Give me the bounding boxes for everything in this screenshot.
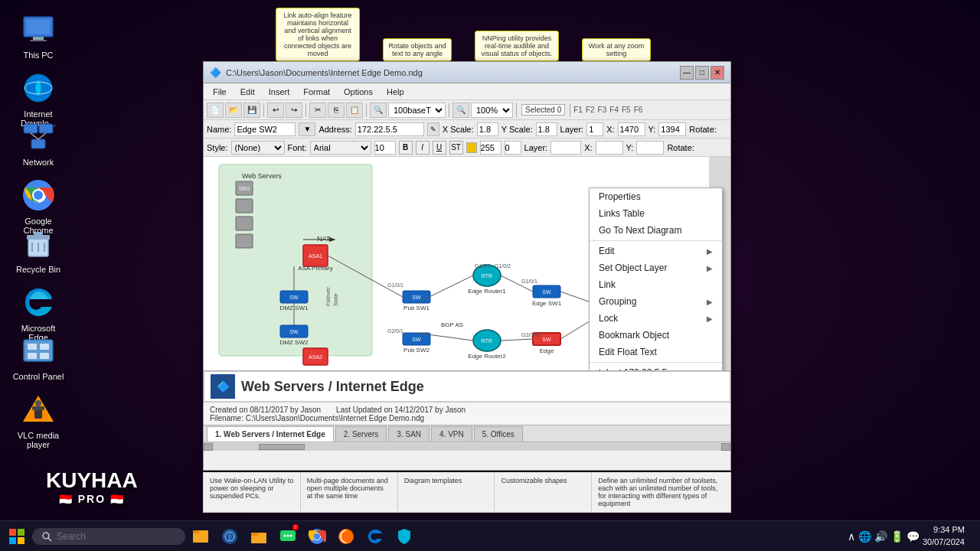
strikethrough-button[interactable]: ST <box>449 141 463 155</box>
fkey-f2[interactable]: F2 <box>586 106 595 114</box>
fkey-f3[interactable]: F3 <box>598 106 607 114</box>
taskbar-app-folder[interactable] <box>245 523 273 550</box>
layer-input[interactable] <box>586 122 603 136</box>
x-input2[interactable] <box>596 141 623 155</box>
taskbar-network-icon[interactable]: 🌐 <box>858 530 871 543</box>
minimize-button[interactable]: — <box>680 66 694 80</box>
h-scrollbar[interactable] <box>204 442 730 451</box>
menu-format[interactable]: Format <box>297 86 336 98</box>
ctx-grouping[interactable]: Grouping ▶ <box>590 293 722 310</box>
font-select[interactable]: Arial <box>310 141 371 155</box>
desktop-icon-recycle-bin[interactable]: Recycle Bin <box>8 222 69 277</box>
fkey-f1[interactable]: F1 <box>573 106 583 114</box>
name-dropdown-btn[interactable]: ▼ <box>299 122 315 136</box>
xscale-input[interactable] <box>477 122 498 136</box>
bold-button[interactable]: B <box>399 141 413 155</box>
tip-1: Use Wake-on-LAN Utility to power on slee… <box>204 472 301 512</box>
underline-button[interactable]: U <box>433 141 446 155</box>
toolbar-btn-zoom-in[interactable]: 🔍 <box>370 103 387 118</box>
fkey-f5[interactable]: F5 <box>622 106 631 114</box>
tab-5[interactable]: 5. Offices <box>474 426 523 442</box>
ctx-telnet[interactable]: telnet 172.22.5.5 <box>590 364 722 371</box>
ctx-link[interactable]: Link <box>590 276 722 293</box>
toolbar-btn-save[interactable]: 💾 <box>243 103 260 118</box>
layer-input2[interactable] <box>550 141 581 155</box>
fkey-f6[interactable]: F6 <box>634 106 643 114</box>
tab-4[interactable]: 4. VPN <box>431 426 472 442</box>
desktop-icon-network[interactable]: Network <box>8 115 69 170</box>
h-scroll-track[interactable] <box>213 443 721 451</box>
tab-3[interactable]: 3. SAN <box>388 426 430 442</box>
taskbar-app-browser2[interactable] <box>332 523 360 550</box>
ctx-edit-float[interactable]: Edit Float Text <box>590 344 722 360</box>
desktop-icon-vlc[interactable]: VLC media player <box>8 388 69 452</box>
toolbar-btn-redo[interactable]: ↪ <box>286 103 302 118</box>
taskbar-app-chat[interactable]: 7 <box>274 523 302 550</box>
font-size-input[interactable] <box>374 141 396 155</box>
toolbar-btn-new[interactable]: 📄 <box>207 103 224 118</box>
h-scroll-left-btn[interactable] <box>204 443 213 451</box>
ctx-properties[interactable]: Properties <box>590 188 722 205</box>
ctx-set-object-layer[interactable]: Set Object Layer ▶ <box>590 259 722 276</box>
menu-options[interactable]: Options <box>338 86 379 98</box>
toolbar-btn-zoom2[interactable]: 🔍 <box>452 103 469 118</box>
tab-2[interactable]: 2. Servers <box>335 426 387 442</box>
h-scroll-thumb[interactable] <box>259 444 305 450</box>
taskbar-volume-icon[interactable]: 🔊 <box>874 530 887 543</box>
vlc-label: VLC media player <box>11 431 66 449</box>
taskbar-app-edge[interactable] <box>361 523 389 550</box>
desktop-icon-control-panel[interactable]: Control Panel <box>8 329 69 384</box>
toolbar-btn-paste[interactable]: 📋 <box>346 103 363 118</box>
ctx-lock[interactable]: Lock ▶ <box>590 310 722 327</box>
toolbar-btn-undo[interactable]: ↩ <box>267 103 284 118</box>
menu-insert[interactable]: Insert <box>263 86 296 98</box>
y-input[interactable] <box>658 122 686 136</box>
toolbar-btn-cut[interactable]: ✂ <box>309 103 326 118</box>
ctx-links-table[interactable]: Links Table <box>590 205 722 222</box>
tab-1[interactable]: 1. Web Servers / Internet Edge <box>207 426 334 442</box>
yscale-input[interactable] <box>536 122 557 136</box>
taskbar-app-shield[interactable] <box>390 523 418 550</box>
svg-point-14 <box>34 191 43 200</box>
taskbar-chevron[interactable]: ∧ <box>848 530 855 543</box>
color-box[interactable] <box>466 142 477 153</box>
menu-edit[interactable]: Edit <box>234 86 261 98</box>
zoom-pct-dropdown[interactable]: 100% <box>471 103 513 118</box>
name-label: Name: <box>207 125 231 134</box>
ctx-edit[interactable]: Edit ▶ <box>590 243 722 259</box>
search-input[interactable] <box>57 531 164 542</box>
num-input2[interactable] <box>505 141 521 155</box>
address-edit-btn[interactable]: ✎ <box>427 122 439 136</box>
tabs-bar: 1. Web Servers / Internet Edge 2. Server… <box>204 425 730 442</box>
ctx-goto-next[interactable]: Go To Next Diagram <box>590 222 722 239</box>
x-input[interactable] <box>618 122 645 136</box>
toolbar-btn-open[interactable]: 📂 <box>225 103 242 118</box>
italic-button[interactable]: I <box>416 141 430 155</box>
taskbar-clock[interactable]: 9:34 PM 30/07/2024 <box>923 524 965 548</box>
taskbar-battery-icon[interactable]: 🔋 <box>890 530 903 543</box>
taskbar-app-netdiag[interactable] <box>216 523 243 550</box>
y-input2[interactable] <box>636 141 664 155</box>
address-input[interactable] <box>355 122 424 136</box>
taskbar-app-chrome[interactable] <box>303 523 331 550</box>
taskbar-search[interactable] <box>32 528 185 545</box>
taskbar-app-explorer[interactable] <box>187 523 214 550</box>
start-button[interactable] <box>3 523 31 550</box>
h-scroll-right-btn[interactable] <box>721 443 730 451</box>
tip-4: Customizable shapes <box>495 472 592 512</box>
name-input[interactable] <box>234 122 296 136</box>
maximize-button[interactable]: □ <box>695 66 709 80</box>
num-input1[interactable] <box>480 141 501 155</box>
taskbar-notifications[interactable]: 💬 <box>906 530 920 543</box>
style-select[interactable]: (None) <box>231 141 285 155</box>
close-button[interactable]: ✕ <box>710 66 724 80</box>
ctx-bookmark[interactable]: Bookmark Object <box>590 327 722 344</box>
menu-file[interactable]: File <box>207 86 233 98</box>
context-menu[interactable]: Properties Links Table Go To Next Diagra… <box>589 187 723 371</box>
menu-help[interactable]: Help <box>381 86 410 98</box>
toolbar1: 📄 📂 💾 ↩ ↪ ✂ ⎘ 📋 🔍 100baseT 🔍 100% Select… <box>204 100 730 120</box>
desktop-icon-this-pc[interactable]: This PC <box>8 8 69 63</box>
zoom-dropdown[interactable]: 100baseT <box>388 103 446 118</box>
fkey-f4[interactable]: F4 <box>609 106 619 114</box>
toolbar-btn-copy[interactable]: ⎘ <box>328 103 345 118</box>
